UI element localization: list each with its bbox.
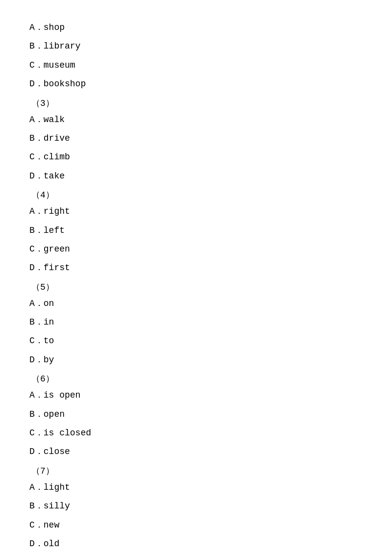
option-label: A．: [29, 482, 44, 492]
list-item: C．is closed: [29, 425, 363, 441]
option-label: B．: [29, 501, 44, 511]
list-item: D．bookshop: [29, 76, 363, 92]
list-item: A．is open: [29, 387, 363, 403]
option-label: A．: [29, 115, 44, 125]
option-label: A．: [29, 206, 44, 216]
list-item: D．first: [29, 260, 363, 276]
list-item: B．silly: [29, 498, 363, 514]
question-number: （4）: [29, 189, 363, 201]
option-label: B．: [29, 409, 44, 419]
option-text: by: [44, 355, 54, 365]
list-item: A．light: [29, 479, 363, 495]
question-group-4: （4） A．right B．left C．green D．first: [29, 189, 363, 276]
option-text: right: [44, 206, 70, 216]
option-label: C．: [29, 336, 44, 346]
option-text: close: [44, 447, 70, 456]
option-label: B．: [29, 133, 44, 143]
option-text: green: [44, 244, 70, 254]
list-item: C．to: [29, 333, 363, 349]
option-text: is open: [44, 390, 81, 400]
question-number: （3）: [29, 97, 363, 109]
option-label: C．: [29, 428, 44, 438]
option-label: D．: [29, 447, 44, 456]
option-text: on: [44, 299, 54, 308]
option-label: D．: [29, 79, 44, 89]
option-label: C．: [29, 152, 44, 162]
option-text: silly: [44, 501, 70, 511]
list-item: A．right: [29, 203, 363, 219]
main-content: A．shop B．library C．museum D．bookshop （3）…: [0, 0, 392, 555]
list-item: B．left: [29, 223, 363, 238]
option-text: climb: [44, 152, 70, 162]
option-label: A．: [29, 23, 44, 32]
option-text: drive: [44, 133, 70, 143]
option-label: A．: [29, 299, 44, 308]
question-group-5: （5） A．on B．in C．to D．by: [29, 281, 363, 368]
option-text: to: [44, 336, 54, 346]
question-number: （5）: [29, 281, 363, 293]
list-item: A．walk: [29, 112, 363, 127]
list-item: D．take: [29, 168, 363, 184]
option-text: left: [44, 226, 65, 235]
question-group-0: A．shop B．library C．museum D．bookshop: [29, 20, 363, 92]
list-item: C．museum: [29, 57, 363, 73]
option-label: A．: [29, 390, 44, 400]
option-label: D．: [29, 355, 44, 365]
option-text: shop: [44, 23, 65, 32]
option-text: light: [44, 482, 70, 492]
question-group-7: （7） A．light B．silly C．new D．old: [29, 465, 363, 552]
option-text: take: [44, 171, 65, 181]
list-item: B．open: [29, 406, 363, 422]
list-item: A．on: [29, 296, 363, 311]
option-text: open: [44, 409, 65, 419]
option-text: first: [44, 263, 70, 273]
option-label: C．: [29, 60, 44, 70]
option-text: new: [44, 520, 59, 530]
list-item: B．in: [29, 314, 363, 330]
option-text: museum: [44, 60, 75, 70]
option-label: C．: [29, 520, 44, 530]
option-label: B．: [29, 226, 44, 235]
option-text: in: [44, 317, 54, 327]
option-label: D．: [29, 171, 44, 181]
option-label: D．: [29, 263, 44, 273]
option-text: bookshop: [44, 79, 86, 89]
list-item: C．new: [29, 517, 363, 533]
option-text: is closed: [44, 428, 91, 438]
question-number: （6）: [29, 373, 363, 384]
list-item: D．close: [29, 444, 363, 459]
option-label: C．: [29, 244, 44, 254]
option-text: library: [44, 41, 81, 51]
list-item: C．climb: [29, 149, 363, 165]
option-text: old: [44, 539, 59, 549]
list-item: C．green: [29, 241, 363, 257]
question-number: （7）: [29, 465, 363, 477]
list-item: B．drive: [29, 130, 363, 146]
list-item: B．library: [29, 38, 363, 54]
list-item: A．shop: [29, 20, 363, 35]
option-text: walk: [44, 115, 65, 125]
question-group-6: （6） A．is open B．open C．is closed D．close: [29, 373, 363, 460]
list-item: D．by: [29, 352, 363, 368]
list-item: D．old: [29, 536, 363, 552]
option-label: D．: [29, 539, 44, 549]
option-label: B．: [29, 41, 44, 51]
option-label: B．: [29, 317, 44, 327]
question-group-3: （3） A．walk B．drive C．climb D．take: [29, 97, 363, 184]
